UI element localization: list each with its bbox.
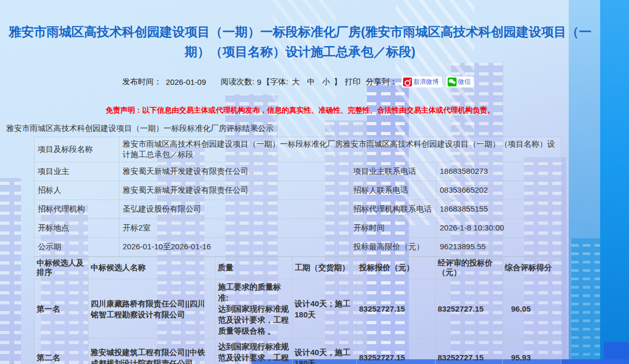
duration-cell: 设计40天，施工180天: [292, 339, 357, 364]
score-cell: 96.05: [503, 279, 561, 339]
font-size-small-link[interactable]: 小: [322, 77, 330, 87]
share-to-label: 分享到：: [366, 77, 397, 87]
agency-phone-label: 招标代理机构联系电话: [350, 200, 437, 218]
open-place-value: 开标2室: [120, 218, 350, 237]
agency-phone-value: 18683855155: [437, 200, 561, 218]
max-price-value: 96213895.55: [437, 237, 561, 256]
views-count: 9: [257, 78, 261, 86]
result-header-row: 中标候选人及排序 中标候选人名称 质量 工期（交货期） 投标报价（元） 经评审的…: [35, 257, 561, 279]
header-bid-price: 投标报价（元）: [357, 257, 436, 279]
header-quality: 质量: [215, 257, 292, 279]
publicity-period-value: 2026-01-10至2026-01-16: [120, 237, 350, 256]
result-announcement-subtitle: 雅安市雨城区高技术科创园建设项目（一期）一标段标准化厂房评标结果公示: [6, 124, 274, 134]
table-row: 第一名 四川康藏路桥有限责任公司||四川铭智工程勘察设计有限公司 施工要求的质量…: [35, 279, 561, 339]
open-time-label: 开标时间: [350, 218, 437, 237]
table-row: 招标代理机构 圣弘建设股份有限公司 招标代理机构联系电话 18683855155: [35, 200, 561, 218]
header-evaluated-price: 经评审的投标价（元）: [436, 257, 503, 279]
weibo-label: 新浪微博: [414, 78, 439, 86]
tenderer-label: 招标人: [35, 181, 120, 200]
wechat-label: 微信: [458, 78, 471, 86]
main-content: 雅安市雨城区高技术科创园建设项目（一期）一标段标准化厂房(雅安市雨城区高技术科创…: [0, 0, 629, 364]
quality-cell: 施工要求的质量标准: 达到国家现行标准规范及设计要求，工程质量等级合格 。: [215, 279, 292, 339]
weibo-icon: [403, 78, 412, 86]
quality-cell: 达到国家现行标准规范及设计要求，工程质量等级合格。: [215, 339, 292, 364]
agency-value: 圣弘建设股份有限公司: [120, 200, 350, 218]
owner-phone-value: 18683580273: [437, 162, 561, 181]
table-row: 公示期 2026-01-10至2026-01-16 投标最高限价（元） 9621…: [35, 237, 561, 256]
font-size-medium-link[interactable]: 中: [307, 77, 315, 87]
share-weibo-button[interactable]: 新浪微博: [402, 76, 442, 87]
header-rank: 中标候选人及排序: [35, 257, 89, 279]
evaluated-price-cell: 83252727.15: [436, 279, 503, 339]
max-price-label: 投标最高限价（元）: [350, 237, 437, 256]
views-label: 阅读次数:: [221, 77, 254, 87]
score-cell: 95.93: [503, 339, 561, 364]
agency-label: 招标代理机构: [35, 200, 120, 218]
bid-result-table: 中标候选人及排序 中标候选人名称 质量 工期（交货期） 投标报价（元） 经评审的…: [34, 257, 561, 364]
project-info-table: 项目及标段名称 雅安市雨城区高技术科创园建设项目（一期）一标段标准化厂房雅安市雨…: [34, 137, 561, 257]
duration-cell: 设计40天；施工180天: [292, 279, 357, 339]
table-row: 招标人 雅安蜀天新城开发建设有限责任公司 招标人联系电话 08353665202: [35, 181, 561, 200]
meta-row: 发布时间： 2026-01-09 阅读次数: 9 【字体: 大 中 小 】 打印…: [0, 76, 600, 87]
candidate-name-cell: 雅安城投建筑工程有限公司||中铁成都规划设计院有限责任公司: [89, 339, 215, 364]
tenderer-value: 雅安蜀天新城开发建设有限责任公司: [120, 181, 350, 200]
font-bracket-open: 【字体:: [263, 77, 288, 87]
tenderer-phone-value: 08353665202: [437, 181, 561, 200]
candidate-name-cell: 四川康藏路桥有限责任公司||四川铭智工程勘察设计有限公司: [89, 279, 215, 339]
font-bracket-close: 】: [334, 77, 342, 87]
wechat-icon: [448, 78, 457, 86]
open-time-value: 2026-1-8 10:30:00: [437, 218, 561, 237]
project-name-label: 项目及标段名称: [35, 137, 120, 162]
tenderer-phone-label: 招标人联系电话: [350, 181, 437, 200]
disclaimer-text: 免责声明：以下信息由交易主体或代理机构发布，信息的真实性、准确性、完整性、合法性…: [0, 106, 600, 115]
open-place-label: 开标地点: [35, 218, 120, 237]
table-row: 开标地点 开标2室 开标时间 2026-1-8 10:30:00: [35, 218, 561, 237]
share-wechat-button[interactable]: 微信: [446, 76, 474, 87]
owner-label: 项目业主: [35, 162, 120, 181]
table-row: 项目及标段名称 雅安市雨城区高技术科创园建设项目（一期）一标段标准化厂房雅安市雨…: [35, 137, 561, 162]
publicity-period-label: 公示期: [35, 237, 120, 256]
owner-phone-label: 项目业主联系电话: [350, 162, 437, 181]
font-size-large-link[interactable]: 大: [292, 77, 300, 87]
bid-price-cell: 83252727.15: [357, 279, 436, 339]
publish-time-label: 发布时间：: [122, 77, 161, 87]
print-link[interactable]: 打印: [345, 77, 361, 87]
tables-area: 项目及标段名称 雅安市雨城区高技术科创园建设项目（一期）一标段标准化厂房雅安市雨…: [34, 137, 561, 364]
header-duration: 工期（交货期）: [292, 257, 357, 279]
evaluated-price-cell: 83252727.15: [436, 339, 503, 364]
owner-value: 雅安蜀天新城开发建设有限责任公司: [120, 162, 350, 181]
rank-cell: 第二名: [35, 339, 89, 364]
page-title: 雅安市雨城区高技术科创园建设项目（一期）一标段标准化厂房(雅安市雨城区高技术科创…: [0, 22, 600, 62]
publish-date: 2026-01-09: [166, 78, 206, 86]
rank-cell: 第一名: [35, 279, 89, 339]
table-row: 项目业主 雅安蜀天新城开发建设有限责任公司 项目业主联系电话 186835802…: [35, 162, 561, 181]
header-score: 综合评标得分: [503, 257, 561, 279]
bid-price-cell: 83252727.15: [357, 339, 436, 364]
header-candidate-name: 中标候选人名称: [89, 257, 215, 279]
project-name-value: 雅安市雨城区高技术科创园建设项目（一期）一标段标准化厂房雅安市雨城区高技术科创园…: [120, 137, 561, 162]
table-row: 第二名 雅安城投建筑工程有限公司||中铁成都规划设计院有限责任公司 达到国家现行…: [35, 339, 561, 364]
